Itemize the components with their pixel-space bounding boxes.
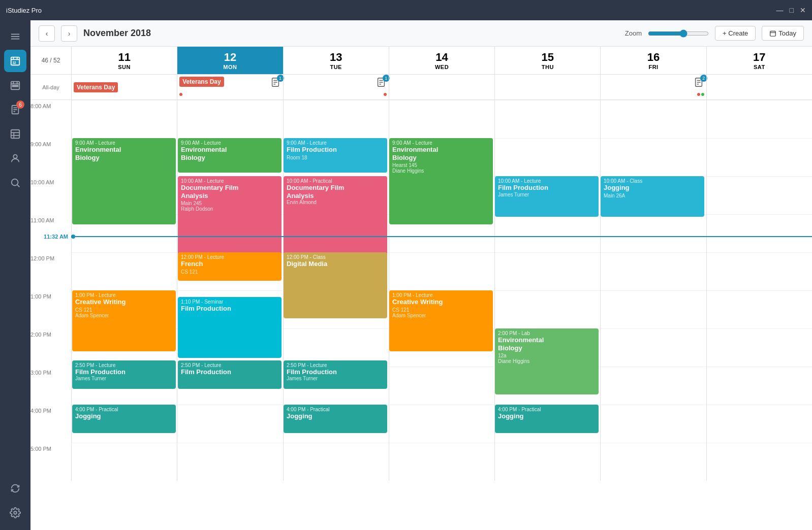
time-label-3pm: 3:00 PM	[30, 367, 71, 405]
event-1[interactable]: 1:00 PM - LectureCreative WritingCS 121A…	[72, 290, 176, 351]
day-col-thu-5pm	[494, 443, 600, 481]
veterans-day-sun[interactable]: Veterans Day	[74, 82, 118, 92]
allday-label: All-day	[30, 75, 71, 100]
svg-rect-14	[17, 85, 18, 87]
zoom-slider[interactable]	[648, 29, 709, 38]
prev-button[interactable]: ‹	[39, 25, 55, 42]
fri-dots	[697, 93, 704, 96]
event-6[interactable]: 12:00 PM - LectureFrenchCS 121	[178, 252, 282, 281]
time-label-9am: 9:00 AM	[30, 138, 71, 176]
sidebar-item-search[interactable]	[4, 172, 26, 194]
day-col-sat-9	[706, 138, 812, 176]
fri-dot-red	[697, 93, 700, 96]
time-label-4pm: 4:00 PM	[30, 405, 71, 443]
day-header-tue: 13 TUE	[283, 47, 389, 74]
window-controls: — □ ✕	[776, 6, 806, 14]
day-col-sat-10	[706, 176, 812, 214]
svg-rect-1	[11, 36, 20, 37]
day-col-tue-8	[283, 100, 389, 138]
tue-dot-red	[384, 93, 387, 96]
day-col-fri-4pm	[600, 405, 706, 443]
svg-rect-0	[11, 34, 20, 35]
time-label-2pm: 2:00 PM	[30, 328, 71, 367]
mon-dots	[179, 93, 182, 96]
day-col-mon-8	[177, 100, 283, 138]
day-col-fri-9	[600, 138, 706, 176]
day-col-thu-12	[494, 252, 600, 290]
main-layout: 32 6	[0, 20, 812, 530]
day-col-tue-5pm	[283, 443, 389, 481]
calendar-grid: 46 / 52 11 SUN 12 MON 13 TUE	[30, 47, 812, 530]
sidebar-bottom	[4, 477, 26, 524]
day-header-sun: 11 SUN	[71, 47, 177, 74]
time-label-5pm: 5:00 PM	[30, 443, 71, 481]
day-col-wed-12	[389, 252, 494, 290]
event-0[interactable]: 9:00 AM - LectureEnvironmentalBiology	[72, 138, 176, 224]
time-grid-wrapper[interactable]: 8:00 AM 9:00 AM	[30, 100, 812, 530]
svg-rect-12	[13, 85, 14, 87]
allday-cell-wed	[389, 75, 494, 100]
create-button[interactable]: + Create	[715, 26, 756, 41]
day-header-sat: 17 SAT	[706, 47, 812, 74]
tasks-badge: 6	[16, 101, 24, 109]
day-col-sat-1pm	[706, 290, 812, 328]
day-col-sat-8	[706, 100, 812, 138]
sidebar-item-menu[interactable]	[4, 25, 26, 48]
minimize-button[interactable]: —	[776, 6, 784, 14]
event-2[interactable]: 2:50 PM - LectureFilm ProductionJames Tu…	[72, 360, 176, 389]
event-7[interactable]: 1:10 PM - SeminarFilm Production	[178, 297, 282, 358]
event-14[interactable]: 9:00 AM - LectureEnvironmentalBiologyHea…	[389, 138, 493, 224]
time-grid-container: 8:00 AM 9:00 AM	[30, 100, 812, 481]
svg-point-24	[12, 179, 18, 186]
sidebar-item-sync[interactable]	[4, 477, 26, 500]
allday-cell-sat	[706, 75, 812, 100]
sidebar-item-week-calendar[interactable]: 32	[4, 50, 26, 72]
day-col-fri-5pm	[600, 443, 706, 481]
svg-rect-27	[770, 31, 776, 36]
svg-rect-13	[15, 85, 16, 87]
maximize-button[interactable]: □	[790, 6, 794, 14]
event-3[interactable]: 4:00 PM - PracticalJogging	[72, 405, 176, 433]
fri-dot-green	[701, 93, 704, 96]
today-button[interactable]: Today	[762, 26, 804, 41]
calendar-area: ‹ › November 2018 Zoom + Create Today 46…	[30, 20, 812, 530]
close-button[interactable]: ✕	[800, 6, 806, 14]
event-4[interactable]: 9:00 AM - LectureEnvironmentalBiology	[178, 138, 282, 173]
day-col-thu-11	[494, 214, 600, 252]
time-label-1pm: 1:00 PM	[30, 290, 71, 328]
event-9[interactable]: 9:00 AM - LectureFilm ProductionRoom 18	[284, 138, 387, 173]
sidebar-item-contacts[interactable]	[4, 147, 26, 170]
sidebar-item-month-calendar[interactable]	[4, 74, 26, 96]
event-17[interactable]: 2:00 PM - LabEnvironmentalBiology12aDian…	[495, 328, 599, 394]
event-19[interactable]: 10:00 AM - ClassJoggingMain 26A	[601, 176, 704, 217]
svg-line-25	[17, 185, 19, 187]
tue-task-icon[interactable]: 1	[376, 77, 387, 90]
next-button[interactable]: ›	[61, 25, 77, 42]
time-label-10am: 10:00 AM	[30, 176, 71, 214]
event-13[interactable]: 4:00 PM - PracticalJogging	[284, 405, 387, 433]
svg-point-23	[13, 155, 17, 158]
day-col-wed-8	[389, 100, 494, 138]
day-col-sat-5pm	[706, 443, 812, 481]
veterans-day-mon[interactable]: Veterans Day	[179, 77, 224, 87]
day-col-wed-3pm	[389, 367, 494, 405]
day-col-sun-8	[71, 100, 177, 138]
event-8[interactable]: 2:50 PM - LectureFilm Production	[178, 360, 282, 389]
day-col-fri-12	[600, 252, 706, 290]
sidebar-item-tasks[interactable]: 6	[4, 98, 26, 121]
day-col-sat-2pm	[706, 328, 812, 367]
sidebar-item-settings[interactable]	[4, 502, 26, 524]
event-12[interactable]: 2:50 PM - LectureFilm ProductionJames Tu…	[284, 360, 387, 389]
allday-cell-sun: Veterans Day	[71, 75, 177, 100]
app-title: iStudiez Pro	[6, 7, 776, 14]
event-18[interactable]: 4:00 PM - PracticalJogging	[495, 405, 599, 433]
event-16[interactable]: 10:00 AM - LectureFilm ProductionJames T…	[495, 176, 599, 217]
time-label-12pm: 12:00 PM	[30, 252, 71, 290]
time-label-8am: 8:00 AM	[30, 100, 71, 138]
sidebar-item-courses[interactable]	[4, 123, 26, 145]
fri-task-icon[interactable]: 2	[693, 77, 704, 90]
sidebar: 32 6	[0, 20, 30, 530]
event-15[interactable]: 1:00 PM - LectureCreative WritingCS 121A…	[389, 290, 493, 351]
event-11[interactable]: 12:00 PM - ClassDigital Media	[284, 252, 387, 318]
mon-task-icon[interactable]: 1	[270, 77, 281, 90]
